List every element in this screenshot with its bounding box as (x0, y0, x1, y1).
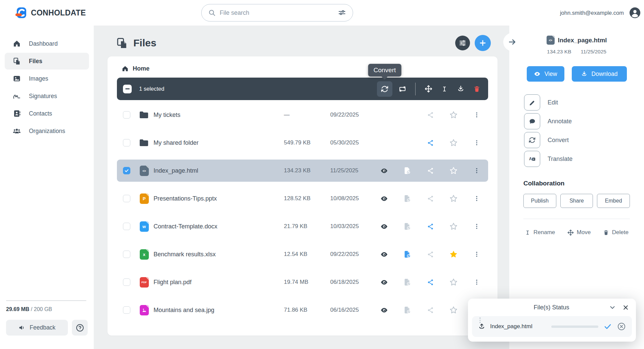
merge-button[interactable] (396, 83, 409, 95)
share-icon[interactable] (424, 305, 436, 315)
rename-action[interactable]: Rename (525, 229, 555, 236)
row-checkbox[interactable] (123, 111, 130, 119)
share-button[interactable]: Share (560, 194, 593, 208)
share-icon[interactable] (424, 249, 436, 259)
user-avatar[interactable] (629, 7, 641, 18)
kebab-menu-icon[interactable] (471, 166, 483, 176)
file-row[interactable]: My shared folder 549.79 KB 05/30/2025 (117, 132, 488, 154)
sidebar-item-organizations[interactable]: Organizations (5, 123, 89, 139)
search-input[interactable] (220, 9, 338, 16)
file-row[interactable]: X Benchmark results.xlsx 12.54 KB 09/22/… (117, 243, 488, 265)
annotate-action[interactable]: Annotate (524, 113, 644, 129)
cancel-upload-button[interactable] (617, 322, 626, 331)
file-row[interactable]: W Contract-Template.docx 21.79 KB 10/03/… (117, 215, 488, 237)
minimize-popup-button[interactable] (609, 304, 616, 311)
help-button[interactable] (72, 320, 88, 336)
view-settings-button[interactable] (455, 36, 470, 50)
kebab-menu-icon[interactable] (471, 249, 483, 259)
rename-button[interactable] (438, 83, 450, 95)
sidebar-item-files[interactable]: Files (5, 53, 89, 70)
star-icon[interactable] (447, 138, 460, 148)
panel-divider (523, 219, 630, 219)
star-icon[interactable] (447, 166, 460, 176)
preview-eye-icon[interactable] (378, 277, 390, 287)
star-icon[interactable] (447, 249, 460, 259)
file-check-icon[interactable] (401, 166, 413, 176)
add-file-button[interactable] (475, 35, 491, 51)
embed-button[interactable]: Embed (597, 194, 630, 208)
file-date: 10/03/2025 (330, 223, 378, 230)
file-check-icon[interactable] (401, 249, 413, 259)
file-check-icon[interactable] (401, 193, 413, 204)
download-button[interactable]: Download (572, 66, 627, 82)
share-icon[interactable] (424, 221, 436, 231)
sidebar-item-signatures[interactable]: Signatures (5, 88, 89, 104)
kebab-menu-icon[interactable] (471, 221, 483, 231)
preview-eye-icon[interactable] (378, 166, 390, 176)
preview-eye-icon[interactable] (378, 305, 390, 315)
preview-eye-icon[interactable] (378, 249, 390, 259)
row-checkbox[interactable] (123, 139, 130, 146)
status-popup-title: File(s) Status (475, 304, 609, 311)
row-checkbox[interactable] (123, 251, 130, 258)
search-filter-icon[interactable] (338, 9, 346, 17)
share-icon[interactable] (424, 138, 436, 148)
row-checkbox[interactable] (123, 223, 130, 230)
file-size: 71.86 KB (284, 307, 330, 313)
star-icon[interactable] (447, 277, 460, 287)
kebab-menu-icon[interactable] (471, 193, 483, 204)
delete-action[interactable]: Delete (603, 229, 629, 236)
star-icon[interactable] (447, 305, 460, 315)
share-icon[interactable] (424, 166, 436, 176)
kebab-menu-icon[interactable] (471, 277, 483, 287)
edit-action[interactable]: Edit (524, 94, 644, 111)
move-action[interactable]: Move (567, 229, 591, 236)
file-row[interactable]: PDF Flight plan.pdf 19.74 MB 06/18/2025 (117, 271, 488, 293)
file-check-icon[interactable] (401, 277, 413, 287)
convert-button[interactable] (377, 81, 392, 97)
row-checkbox[interactable] (123, 167, 130, 174)
file-row[interactable]: <> Index_page.html 134.23 KB 11/25/2025 (117, 160, 488, 182)
row-checkbox[interactable] (123, 306, 130, 314)
file-row[interactable]: My tickets — 09/22/2025 (117, 104, 488, 126)
star-icon[interactable] (447, 193, 460, 204)
file-check-icon[interactable] (401, 305, 413, 315)
move-button[interactable] (422, 83, 434, 95)
preview-eye-icon[interactable] (378, 221, 390, 231)
download-button[interactable] (455, 83, 467, 95)
breadcrumb[interactable]: Home (117, 64, 488, 78)
storage-divider (6, 300, 86, 301)
share-icon[interactable] (424, 193, 436, 204)
share-icon[interactable] (424, 110, 436, 120)
select-all-checkbox[interactable] (123, 85, 132, 93)
view-button[interactable]: View (527, 66, 564, 82)
selected-file-size: 134.23 KB (547, 49, 571, 55)
translate-action[interactable]: Az Translate (524, 151, 644, 167)
collapse-panel-button[interactable] (503, 33, 521, 51)
star-icon[interactable] (447, 221, 460, 231)
share-icon[interactable] (424, 277, 436, 287)
feedback-button[interactable]: Feedback (6, 320, 68, 336)
convert-icon (381, 85, 388, 93)
drag-handle-icon[interactable] (479, 317, 481, 323)
bulk-action-toolbar: 1 selected Convert (117, 78, 488, 100)
sidebar-item-contacts[interactable]: Contacts (5, 105, 89, 122)
file-row[interactable]: Mountains and sea.jpg 71.86 KB 06/16/202… (117, 299, 488, 321)
kebab-menu-icon[interactable] (471, 138, 483, 148)
publish-button[interactable]: Publish (523, 194, 556, 208)
delete-button[interactable] (471, 83, 483, 95)
brand-logo[interactable]: CONHOLDATE (15, 7, 86, 19)
chevron-down-icon (609, 304, 616, 311)
close-popup-button[interactable] (622, 304, 629, 311)
sidebar-item-dashboard[interactable]: Dashboard (5, 35, 89, 52)
row-checkbox[interactable] (123, 195, 130, 202)
sidebar-item-images[interactable]: Images (5, 70, 89, 87)
star-icon[interactable] (447, 110, 460, 120)
file-row[interactable]: P Presentations-Tips.pptx 128.52 KB 10/0… (117, 187, 488, 210)
kebab-menu-icon[interactable] (471, 110, 483, 120)
convert-action[interactable]: Convert (524, 132, 644, 148)
file-check-icon[interactable] (401, 221, 413, 231)
file-type-icon: P (139, 193, 149, 204)
preview-eye-icon[interactable] (378, 193, 390, 204)
row-checkbox[interactable] (123, 278, 130, 286)
